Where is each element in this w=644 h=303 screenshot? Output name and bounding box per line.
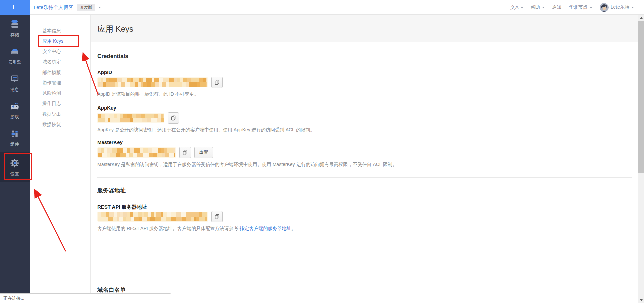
copy-icon <box>182 150 188 155</box>
components-icon <box>10 129 19 139</box>
copy-icon <box>214 80 220 85</box>
menu-item-risk-detection[interactable]: 风险检测 <box>30 88 90 98</box>
copy-button[interactable] <box>168 112 179 124</box>
title-band: 应用 Keys <box>91 15 638 42</box>
masterkey-value-censored <box>97 147 176 158</box>
copy-button[interactable] <box>211 211 223 222</box>
gamepad-icon <box>10 101 19 112</box>
menu-item-data-export[interactable]: 数据导出 <box>30 109 90 119</box>
appid-label: AppID <box>97 69 112 75</box>
sidebar-item-storage[interactable]: 存储 <box>0 19 30 38</box>
copy-icon <box>214 214 220 219</box>
message-icon <box>10 74 19 85</box>
scrollbar <box>638 15 644 303</box>
menu-item-email-templates[interactable]: 邮件模版 <box>30 67 90 78</box>
section-divider <box>97 280 632 280</box>
chevron-down-icon <box>542 7 545 8</box>
settings-menu: 基本信息 应用 Keys 安全中心 域名绑定 邮件模版 协作管理 风险检测 操作… <box>30 15 91 303</box>
sidebar-item-components[interactable]: 组件 <box>0 129 30 147</box>
chevron-down-icon <box>98 7 101 8</box>
console-page: L Lete乐特个人博客 开发版 文A 帮助 通知 华北节点 <box>0 0 644 303</box>
appkey-value-censored <box>97 113 164 123</box>
sidebar-item-games[interactable]: 游戏 <box>0 101 30 120</box>
cloud-engine-icon <box>10 47 19 57</box>
masterkey-row: 重置 <box>97 147 213 158</box>
scrollbar-thumb[interactable] <box>638 21 644 173</box>
menu-item-data-recovery[interactable]: 数据恢复 <box>30 119 90 130</box>
sidebar-item-settings[interactable]: 设置 <box>0 152 30 182</box>
region-menu[interactable]: 华北节点 <box>569 4 592 10</box>
browser-status-tooltip: 正在连接... <box>0 293 171 303</box>
masterkey-reset-button[interactable]: 重置 <box>194 147 213 158</box>
app-switcher[interactable]: Lete乐特个人博客 开发版 <box>34 0 101 15</box>
app-name: Lete乐特个人博客 <box>34 4 73 11</box>
chevron-down-icon <box>521 7 523 8</box>
app-logo[interactable]: L <box>0 0 30 15</box>
help-menu[interactable]: 帮助 <box>531 4 545 10</box>
menu-item-app-keys[interactable]: 应用 Keys <box>30 36 90 46</box>
header-nav: 文A 帮助 通知 华北节点 <box>510 0 634 15</box>
top-header: L Lete乐特个人博客 开发版 文A 帮助 通知 华北节点 <box>0 0 644 15</box>
appid-value-censored <box>97 77 208 87</box>
server-heading: 服务器地址 <box>97 187 126 194</box>
appkey-desc: AppKey 是公开的访问密钥，适用于在公开的客户端中使用。使用 AppKey … <box>97 127 315 133</box>
credentials-heading: Credentials <box>97 53 128 60</box>
menu-item-collaboration[interactable]: 协作管理 <box>30 78 90 88</box>
main-content: 应用 Keys Credentials AppID AppID 是该项目的唯一标… <box>91 15 638 303</box>
notifications-link[interactable]: 通知 <box>552 4 561 10</box>
triangle-down-icon <box>640 299 643 301</box>
rest-api-value-censored <box>97 212 208 222</box>
appkey-row <box>97 112 179 124</box>
scroll-down-button[interactable] <box>638 297 644 303</box>
chevron-down-icon <box>590 7 592 8</box>
copy-button[interactable] <box>179 147 191 158</box>
server-address-doc-link[interactable]: 指定客户端的服务器地址 <box>239 226 291 231</box>
language-icon: 文A <box>510 4 519 11</box>
triangle-up-icon <box>640 17 643 19</box>
language-menu[interactable]: 文A <box>510 4 523 11</box>
menu-item-operation-logs[interactable]: 操作日志 <box>30 98 90 109</box>
masterkey-label: MasterKey <box>97 139 123 145</box>
copy-button[interactable] <box>211 77 223 88</box>
sidebar-item-cloud-engine[interactable]: 云引擎 <box>0 47 30 66</box>
menu-item-security-center[interactable]: 安全中心 <box>30 46 90 57</box>
page-title: 应用 Keys <box>97 24 133 34</box>
menu-item-domain-binding[interactable]: 域名绑定 <box>30 57 90 67</box>
avatar <box>600 3 609 12</box>
masterkey-desc: MasterKey 是私密的访问密钥，适用于在服务器等受信任的客户端环境中使用。… <box>97 162 397 168</box>
user-menu[interactable]: Lete乐特 <box>600 3 634 12</box>
primary-sidebar: 存储 云引擎 消息 <box>0 15 30 303</box>
gear-icon <box>10 158 20 169</box>
app-env-badge: 开发版 <box>77 4 95 11</box>
rest-api-desc: 客户端使用的 REST API 服务器地址。客户端的具体配置方法请参考 指定客户… <box>97 226 296 232</box>
scroll-up-button[interactable] <box>638 15 644 21</box>
rest-api-label: REST API 服务器地址 <box>97 204 147 210</box>
sidebar-item-messages[interactable]: 消息 <box>0 74 30 93</box>
section-divider <box>97 177 632 178</box>
appid-row <box>97 77 223 88</box>
database-icon <box>10 19 19 30</box>
appid-desc: AppID 是该项目的唯一标识符。此 ID 不可变更。 <box>97 91 199 97</box>
appkey-label: AppKey <box>97 105 116 111</box>
chevron-down-icon <box>631 7 634 8</box>
domain-whitelist-heading: 域名白名单 <box>97 286 126 294</box>
menu-item-basic-info[interactable]: 基本信息 <box>30 26 90 36</box>
copy-icon <box>171 115 176 121</box>
rest-api-row <box>97 211 223 222</box>
